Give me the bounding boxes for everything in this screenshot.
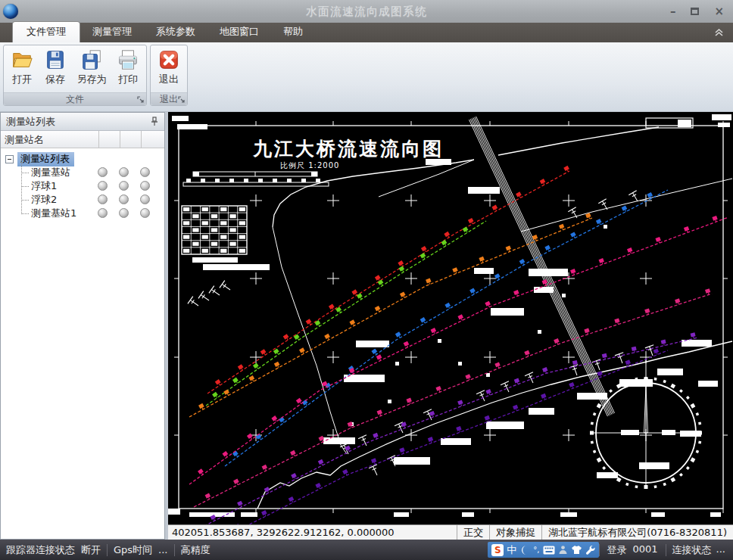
- sogou-ime-icon[interactable]: S: [491, 544, 504, 556]
- status-led: [140, 167, 150, 177]
- status-led: [140, 181, 150, 191]
- track-red: [207, 166, 570, 394]
- app-logo-globe-icon: [3, 4, 18, 19]
- tree-item-base-station-1[interactable]: 测量基站1: [1, 207, 164, 220]
- login-id: 0001: [633, 543, 658, 557]
- ime-language-icon[interactable]: 中: [507, 543, 516, 557]
- status-led: [98, 181, 108, 191]
- tab-system-parameters[interactable]: 系统参数: [144, 22, 207, 42]
- ribbon: 打开 保存: [0, 42, 733, 112]
- drawing-scale-label: 比例尺 1:2000: [280, 160, 339, 171]
- osnap-toggle[interactable]: 对象捕捉: [489, 525, 541, 540]
- gps-time-value: ...: [158, 544, 167, 555]
- ribbon-group-caption-file: 文件: [4, 92, 146, 105]
- printer-icon: [117, 48, 139, 71]
- status-led: [119, 194, 129, 204]
- cursor-coordinates: 402051.853687, 3292622.912162, 0.000000: [168, 527, 457, 538]
- maximize-button[interactable]: [691, 8, 699, 15]
- drawing-title: 九江大桥流速流向图: [253, 136, 444, 161]
- dialog-launcher-icon[interactable]: [137, 96, 145, 104]
- company-label: 湖北蓝宇航标有限公司(0716-8320811): [541, 525, 733, 540]
- status-led: [140, 194, 150, 204]
- open-button[interactable]: 打开: [5, 47, 39, 86]
- tab-help[interactable]: 帮助: [271, 22, 315, 42]
- save-button[interactable]: 保存: [39, 47, 72, 86]
- close-button[interactable]: ×: [714, 6, 724, 17]
- open-folder-icon: [11, 48, 33, 71]
- title-bar: 水面流速流向成图系统 – ×: [0, 0, 733, 23]
- exit-button[interactable]: 退出: [152, 47, 186, 86]
- window-title: 水面流速流向成图系统: [306, 5, 427, 19]
- login-label: 登录: [607, 543, 627, 557]
- exit-icon: [158, 48, 180, 71]
- main-area: 测量站列表 测量站名 测量站列表 测量基站: [0, 112, 733, 540]
- station-list-header: 测量站名: [1, 131, 164, 148]
- station-tree: 测量站列表 测量基站 浮球1 浮球2 测量基站1: [1, 148, 164, 220]
- app-window: 水面流速流向成图系统 – × 文件管理 测量管理 系统参数 地图窗口 帮助: [0, 0, 733, 560]
- wrench-settings-icon[interactable]: [585, 545, 595, 555]
- tracker-status-label: 跟踪器连接状态: [6, 543, 75, 557]
- status-led: [140, 208, 150, 218]
- punctuation-icon[interactable]: °,: [533, 546, 539, 554]
- column-header-indicator[interactable]: [120, 131, 142, 148]
- tab-map-window[interactable]: 地图窗口: [207, 22, 271, 42]
- soft-keyboard-icon[interactable]: [543, 546, 555, 555]
- save-floppy-icon: [44, 48, 67, 71]
- status-led: [98, 167, 108, 177]
- tab-measure-management[interactable]: 测量管理: [80, 22, 144, 42]
- print-button[interactable]: 打印: [111, 47, 145, 86]
- ime-language-bar: S 中 °,: [488, 542, 598, 558]
- status-led: [119, 181, 129, 191]
- collapse-ribbon-icon[interactable]: [714, 27, 724, 37]
- cad-status-bar: 402051.853687, 3292622.912162, 0.000000 …: [168, 524, 733, 540]
- ribbon-group-file: 打开 保存: [3, 45, 147, 106]
- pin-icon[interactable]: [150, 117, 159, 126]
- app-status-bar: 跟踪器连接状态 断开 Gps时间 ... 高精度 S 中 °,: [0, 540, 733, 560]
- skin-shirt-icon[interactable]: [571, 545, 582, 555]
- ortho-toggle[interactable]: 正交: [457, 525, 489, 540]
- track-violet: [197, 348, 668, 524]
- tab-file-management[interactable]: 文件管理: [12, 21, 80, 42]
- status-led: [98, 194, 108, 204]
- status-led: [98, 208, 108, 218]
- tracker-status-value: 断开: [81, 543, 101, 557]
- ribbon-group-exit: 退出 退出: [150, 45, 188, 106]
- dialog-launcher-icon[interactable]: [178, 96, 186, 104]
- connection-status-value: ...: [716, 543, 725, 557]
- connection-status-label: 连接状态: [672, 543, 712, 557]
- user-icon[interactable]: [558, 545, 568, 555]
- station-list-panel: 测量站列表 测量站名 测量站列表 测量基站: [0, 112, 165, 540]
- precision-label: 高精度: [181, 543, 211, 557]
- cad-drawing: [168, 112, 733, 524]
- status-led: [119, 208, 129, 218]
- panel-title: 测量站列表: [6, 115, 55, 129]
- map-canvas[interactable]: 九江大桥流速流向图 比例尺 1:2000: [168, 112, 733, 524]
- ribbon-group-caption-exit: 退出: [151, 92, 187, 105]
- column-header-station-name[interactable]: 测量站名: [1, 131, 99, 148]
- minimize-button[interactable]: –: [670, 6, 676, 17]
- save-as-icon: [80, 48, 103, 71]
- save-as-button[interactable]: 另存为: [72, 47, 111, 86]
- track-pink: [194, 288, 712, 507]
- column-header-indicator[interactable]: [142, 131, 164, 148]
- full-half-moon-icon[interactable]: [519, 545, 530, 555]
- track-purple: [200, 332, 698, 524]
- gps-time-label: Gps时间: [114, 543, 152, 557]
- column-header-indicator[interactable]: [99, 131, 120, 148]
- tree-collapse-icon[interactable]: [5, 155, 14, 163]
- status-led: [119, 167, 129, 177]
- ribbon-tab-bar: 文件管理 测量管理 系统参数 地图窗口 帮助: [0, 23, 733, 42]
